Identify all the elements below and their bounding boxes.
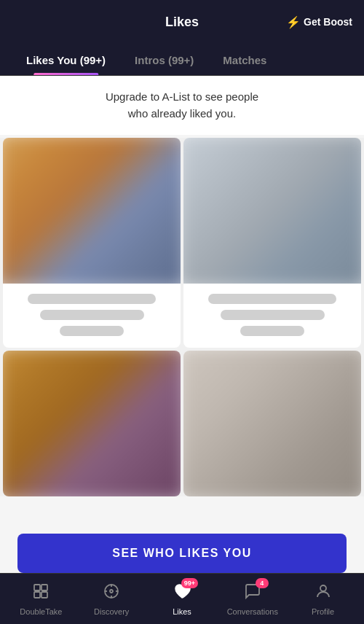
- likes-badge: 99+: [181, 578, 198, 588]
- skeleton-detail: [221, 310, 325, 320]
- chat-icon: 4: [244, 582, 261, 604]
- profile-card: [3, 138, 181, 348]
- svg-rect-0: [34, 585, 40, 590]
- profile-card: [183, 138, 361, 348]
- skeleton-detail: [40, 310, 144, 320]
- discovery-icon: [103, 582, 120, 604]
- bottom-nav: DoubleTake Discovery 99+ Likes: [0, 573, 364, 624]
- profile-info: [183, 284, 361, 348]
- nav-label-conversations: Conversations: [227, 607, 278, 616]
- tab-intros[interactable]: Intros (99+): [120, 44, 208, 75]
- nav-label-discovery: Discovery: [94, 607, 129, 616]
- nav-item-likes[interactable]: 99+ Likes: [147, 582, 218, 616]
- heart-icon: 99+: [173, 582, 191, 604]
- svg-point-10: [320, 585, 326, 591]
- tab-likes-you[interactable]: Likes You (99+): [12, 44, 120, 75]
- get-boost-button[interactable]: ⚡ Get Boost: [286, 15, 352, 29]
- tabs-bar: Likes You (99+) Intros (99+) Matches: [0, 44, 364, 76]
- see-who-likes-you-button[interactable]: SEE WHO LIKES YOU: [17, 534, 347, 573]
- skeleton-tag: [240, 326, 304, 336]
- profile-image-blurred: [183, 138, 361, 284]
- skeleton-name: [28, 294, 156, 304]
- conversations-badge: 4: [256, 578, 269, 588]
- nav-item-conversations[interactable]: 4 Conversations: [217, 582, 288, 616]
- blurred-photo: [183, 351, 361, 496]
- profile-icon: [314, 582, 332, 604]
- main-content: Upgrade to A-List to see people who alre…: [0, 76, 364, 572]
- profile-card: [183, 351, 361, 496]
- blurred-photo: [183, 138, 361, 284]
- nav-item-discovery[interactable]: Discovery: [76, 582, 147, 616]
- nav-item-doubletake[interactable]: DoubleTake: [6, 582, 76, 616]
- profile-image-blurred: [3, 351, 181, 496]
- skeleton-name: [208, 294, 336, 304]
- profile-image-blurred: [3, 138, 181, 284]
- skeleton-tag: [60, 326, 124, 336]
- blurred-photo: [3, 138, 181, 284]
- nav-label-doubletake: DoubleTake: [20, 607, 62, 616]
- svg-rect-3: [41, 592, 47, 598]
- profile-image-blurred: [183, 351, 361, 496]
- profile-card: [3, 351, 181, 496]
- svg-rect-1: [41, 585, 47, 590]
- blurred-photo: [3, 351, 181, 496]
- tab-matches[interactable]: Matches: [208, 44, 281, 75]
- nav-label-profile: Profile: [312, 607, 334, 616]
- page-title: Likes: [165, 15, 199, 30]
- svg-point-5: [110, 590, 113, 593]
- nav-label-likes: Likes: [173, 607, 191, 616]
- header: Likes ⚡ Get Boost: [0, 0, 364, 44]
- doubletake-icon: [32, 582, 50, 604]
- boost-lightning-icon: ⚡: [286, 15, 301, 29]
- svg-rect-2: [34, 592, 40, 598]
- nav-item-profile[interactable]: Profile: [288, 582, 358, 616]
- profile-info: [3, 284, 181, 348]
- profiles-grid: [0, 138, 364, 496]
- upgrade-banner: Upgrade to A-List to see people who alre…: [0, 76, 364, 135]
- cta-container: SEE WHO LIKES YOU: [0, 534, 364, 573]
